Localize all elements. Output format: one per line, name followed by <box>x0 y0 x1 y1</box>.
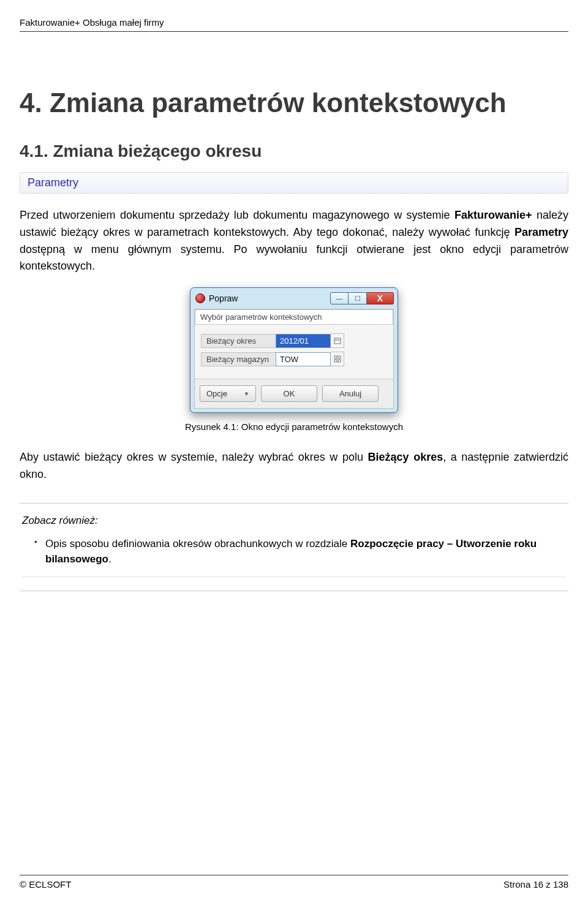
see-also-item: Opis sposobu definiowania okresów obrach… <box>34 537 566 567</box>
figure-caption: Rysunek 4.1: Okno edycji parametrów kont… <box>20 421 568 432</box>
row-biezacy-okres: Bieżący okres 2012/01 <box>201 333 387 348</box>
label-biezacy-okres: Bieżący okres <box>201 334 276 348</box>
minimize-button[interactable]: — <box>330 292 349 304</box>
see-also-run-a: Opis sposobu definiowania okresów obrach… <box>45 538 350 550</box>
see-also-box: Zobacz również: Opis sposobu definiowani… <box>20 503 568 591</box>
popraw-window: Popraw — ☐ X Wybór parametrów kontekstow… <box>190 287 398 413</box>
dialog-button-row: Opcje ▼ OK Anuluj <box>195 379 393 408</box>
p1-run-a: Przed utworzeniem dokumentu sprzedaży lu… <box>20 209 454 221</box>
chapter-title: 4. Zmiana parametrów kontekstowych <box>20 87 568 119</box>
p2-bold: Bieżący okres <box>368 451 443 463</box>
page-footer: © ECLSOFT Strona 16 z 138 <box>20 871 568 890</box>
doc-header: Fakturowanie+ Obsługa małej firmy <box>20 17 568 28</box>
close-button[interactable]: X <box>367 292 394 304</box>
window-title-text: Popraw <box>209 293 238 303</box>
svg-rect-0 <box>334 338 341 344</box>
ok-button[interactable]: OK <box>261 385 317 402</box>
label-biezacy-magazyn: Bieżący magazyn <box>201 352 276 366</box>
svg-rect-3 <box>338 356 341 358</box>
svg-rect-2 <box>334 356 337 358</box>
picker-okres-icon[interactable] <box>331 333 344 348</box>
footer-right: Strona 16 z 138 <box>503 879 568 890</box>
p1-bold-1: Fakturowanie+ <box>454 209 532 221</box>
see-also-label: Zobacz również: <box>22 515 566 527</box>
window-app-icon <box>195 293 205 303</box>
header-rule <box>20 31 568 32</box>
paragraph-2: Aby ustawić bieżący okres w systemie, na… <box>20 449 568 483</box>
opcje-button[interactable]: Opcje ▼ <box>200 385 256 402</box>
svg-rect-5 <box>338 360 341 362</box>
p2-run-a: Aby ustawić bieżący okres w systemie, na… <box>20 451 368 463</box>
p1-run-e: dostępną w menu głównym systemu. Po wywo… <box>20 243 568 273</box>
maximize-button[interactable]: ☐ <box>349 292 367 304</box>
footer-left: © ECLSOFT <box>20 879 71 890</box>
paragraph-1: Przed utworzeniem dokumentu sprzedaży lu… <box>20 207 568 276</box>
see-also-run-c: . <box>108 553 111 565</box>
input-biezacy-okres[interactable]: 2012/01 <box>276 334 331 348</box>
breadcrumb: Parametry <box>20 172 568 194</box>
dialog-heading: Wybór parametrów kontekstowych <box>195 309 393 325</box>
picker-magazyn-icon[interactable] <box>331 352 344 366</box>
chevron-down-icon: ▼ <box>244 391 249 397</box>
dialog-figure: Popraw — ☐ X Wybór parametrów kontekstow… <box>20 287 568 413</box>
opcje-button-label: Opcje <box>206 389 227 398</box>
anuluj-button[interactable]: Anuluj <box>322 385 379 402</box>
p1-bold-2: Parametry <box>514 226 568 238</box>
input-biezacy-magazyn[interactable]: TOW <box>276 352 331 366</box>
see-also-inner-rule <box>22 576 566 577</box>
row-biezacy-magazyn: Bieżący magazyn TOW <box>201 352 387 366</box>
section-title: 4.1. Zmiana bieżącego okresu <box>20 142 568 161</box>
window-titlebar: Popraw — ☐ X <box>190 288 398 306</box>
svg-rect-4 <box>334 360 337 362</box>
